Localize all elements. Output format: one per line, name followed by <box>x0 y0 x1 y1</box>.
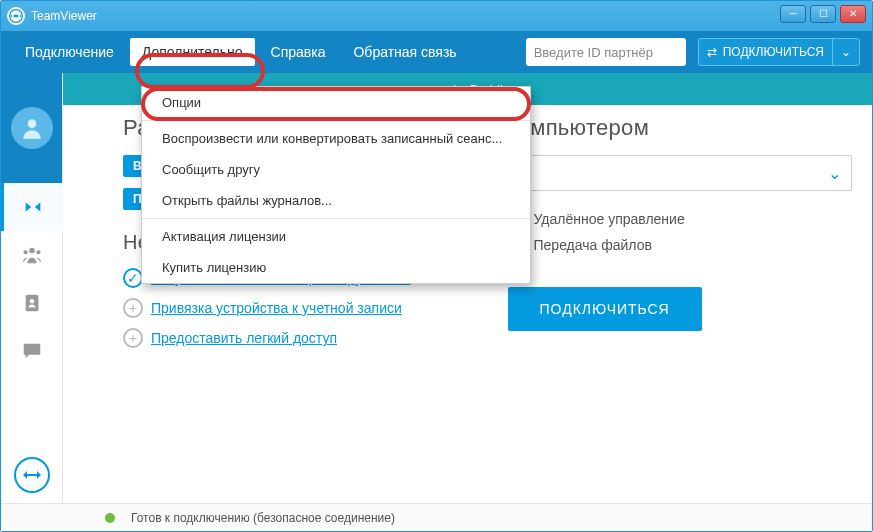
menu-connection[interactable]: Подключение <box>13 38 126 66</box>
svg-point-4 <box>36 250 40 254</box>
radio-remote-label: Удалённое управление <box>534 211 685 227</box>
svg-point-8 <box>29 299 34 304</box>
avatar[interactable] <box>11 107 53 149</box>
sidebar <box>1 73 63 503</box>
close-button[interactable]: ✕ <box>840 5 866 23</box>
top-connect-label: ПОДКЛЮЧИТЬСЯ <box>723 45 824 59</box>
minimize-button[interactable]: ─ <box>780 5 806 23</box>
right-heading-fragment: компьютером <box>508 115 853 141</box>
menu-buy-license[interactable]: Купить лицензию <box>142 252 530 283</box>
svg-rect-7 <box>23 305 25 308</box>
menu-play-recording[interactable]: Воспроизвести или конвертировать записан… <box>142 123 530 154</box>
partner-id-input[interactable]: Введите ID партнёр <box>526 38 686 66</box>
plus-icon: + <box>123 298 143 318</box>
statusbar: Готов к подключению (безопасное соединен… <box>1 503 872 531</box>
svg-point-3 <box>23 250 27 254</box>
svg-rect-6 <box>23 298 25 301</box>
menu-activate-license[interactable]: Активация лицензии <box>142 221 530 252</box>
plus-icon: + <box>123 328 143 348</box>
sidebar-meeting-icon[interactable] <box>1 231 63 279</box>
maximize-button[interactable]: ☐ <box>810 5 836 23</box>
link2-label[interactable]: Привязка устройства к учетной записи <box>151 300 402 316</box>
menu-tell-friend[interactable]: Сообщить другу <box>142 154 530 185</box>
partner-select[interactable]: ⌄ <box>508 155 853 191</box>
swap-icon: ⇄ <box>707 45 717 59</box>
menu-options[interactable]: Опции <box>142 87 530 118</box>
separator <box>142 218 530 219</box>
radio-file-transfer[interactable]: Передача файлов <box>508 237 853 253</box>
top-connect-button[interactable]: ⇄ ПОДКЛЮЧИТЬСЯ ⌄ <box>698 38 860 66</box>
menu-open-logs[interactable]: Открыть файлы журналов... <box>142 185 530 216</box>
separator <box>142 120 530 121</box>
window-title: TeamViewer <box>31 9 97 23</box>
connect-button[interactable]: ПОДКЛЮЧИТЬСЯ <box>508 287 702 331</box>
menu-extras[interactable]: Дополнительно <box>130 38 255 66</box>
menubar: Подключение Дополнительно Справка Обратн… <box>1 31 872 73</box>
menu-feedback[interactable]: Обратная связь <box>341 38 468 66</box>
titlebar: TeamViewer ─ ☐ ✕ <box>1 1 872 31</box>
window-controls: ─ ☐ ✕ <box>780 5 866 23</box>
svg-point-2 <box>29 248 35 254</box>
app-window: TeamViewer ─ ☐ ✕ Подключение Дополнитель… <box>0 0 873 532</box>
link-easy-access[interactable]: + Предоставить легкий доступ <box>123 328 468 348</box>
radio-remote-control[interactable]: Удалённое управление <box>508 211 853 227</box>
svg-point-1 <box>27 119 36 128</box>
link3-label[interactable]: Предоставить легкий доступ <box>151 330 337 346</box>
sidebar-chat-icon[interactable] <box>1 327 63 375</box>
menu-help[interactable]: Справка <box>259 38 338 66</box>
sidebar-contacts-icon[interactable] <box>1 279 63 327</box>
chevron-down-icon: ⌄ <box>828 164 841 183</box>
chevron-down-icon[interactable]: ⌄ <box>832 39 859 65</box>
radio-files-label: Передача файлов <box>534 237 652 253</box>
sidebar-remote-icon[interactable] <box>1 183 63 231</box>
avatar-section <box>1 73 62 183</box>
status-indicator-icon <box>105 513 115 523</box>
partner-id-placeholder: Введите ID партнёр <box>534 45 653 60</box>
teamviewer-logo-icon[interactable] <box>14 457 50 493</box>
extras-dropdown: Опции Воспроизвести или конвертировать з… <box>141 86 531 284</box>
link-assign-account[interactable]: + Привязка устройства к учетной записи <box>123 298 468 318</box>
right-column: компьютером ⌄ Удалённое управление Перед… <box>508 115 853 358</box>
status-text: Готов к подключению (безопасное соединен… <box>131 511 395 525</box>
app-icon <box>7 7 25 25</box>
check-icon: ✓ <box>123 268 143 288</box>
